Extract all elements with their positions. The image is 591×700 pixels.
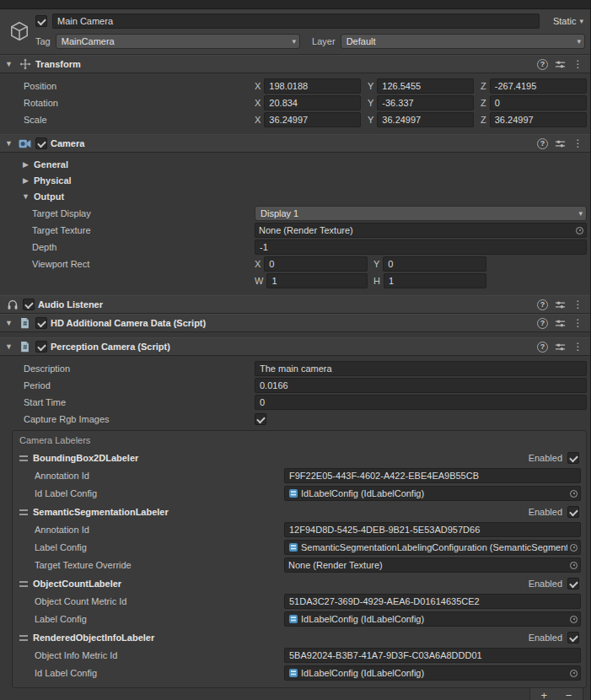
target-texture-object-field[interactable]: None (Render Texture) xyxy=(255,223,587,238)
object-picker-icon[interactable] xyxy=(573,223,586,237)
foldout-icon[interactable]: ▼ xyxy=(3,319,14,327)
camera-output-foldout[interactable]: ▼ Output xyxy=(0,189,590,204)
kebab-menu-icon[interactable]: ⋮ xyxy=(571,137,585,149)
gameobject-name-input[interactable]: Main Camera xyxy=(52,13,540,29)
id-label-config-object-field[interactable]: IdLabelConfig (IdLabelConfig) xyxy=(284,486,581,501)
object-picker-icon[interactable] xyxy=(567,612,580,626)
help-icon[interactable]: ? xyxy=(535,138,550,149)
viewport-h-field[interactable]: 1 xyxy=(384,273,486,288)
annotation-id-field[interactable]: F9F22E05-443F-4602-A422-EBE4EA9B55CB xyxy=(284,468,581,483)
help-icon[interactable]: ? xyxy=(535,318,550,329)
target-texture-row: Target Texture None (Render Texture) xyxy=(0,223,587,238)
labeler-header-boundingbox2d[interactable]: BoundingBox2DLabeler Enabled xyxy=(16,450,583,466)
presets-icon[interactable] xyxy=(553,138,567,149)
object-picker-icon[interactable] xyxy=(567,558,580,572)
foldout-icon[interactable]: ▼ xyxy=(3,139,14,148)
depth-field[interactable]: -1 xyxy=(255,240,587,255)
audio-listener-header[interactable]: Audio Listener ? ⋮ xyxy=(0,295,590,314)
position-y-field[interactable]: 126.5455 xyxy=(377,78,474,94)
picker-dot xyxy=(570,562,578,569)
help-icon[interactable]: ? xyxy=(535,299,550,310)
layer-dropdown[interactable]: Default ▾ xyxy=(341,34,585,49)
help-icon[interactable]: ? xyxy=(535,59,550,70)
component-title: HD Additional Camera Data (Script) xyxy=(51,318,206,328)
gameobject-active-checkbox[interactable] xyxy=(35,15,47,27)
static-dropdown[interactable]: Static ▾ xyxy=(545,16,585,26)
scale-x-field[interactable]: 36.24997 xyxy=(264,112,361,127)
presets-icon[interactable] xyxy=(553,299,567,310)
labeler-header-objectcount[interactable]: ObjectCountLabeler Enabled xyxy=(16,576,583,591)
camera-physical-foldout[interactable]: ▶ Physical xyxy=(0,173,590,188)
gameobject-cube-icon[interactable] xyxy=(3,13,35,50)
labeler-enabled-checkbox[interactable] xyxy=(567,452,579,464)
kebab-menu-icon[interactable]: ⋮ xyxy=(571,341,585,353)
object-picker-icon[interactable] xyxy=(567,487,580,500)
perception-camera-header[interactable]: ▼ Perception Camera (Script) ? ⋮ xyxy=(0,337,590,356)
labeler-enabled-checkbox[interactable] xyxy=(567,632,579,643)
rotation-x-field[interactable]: 20.834 xyxy=(264,95,361,110)
camera-general-foldout[interactable]: ▶ General xyxy=(0,157,590,172)
drag-handle-icon[interactable] xyxy=(19,581,28,587)
kebab-menu-icon[interactable]: ⋮ xyxy=(571,317,585,329)
scale-y-field[interactable]: 36.24997 xyxy=(377,112,474,127)
description-field[interactable]: The main camera xyxy=(255,361,587,376)
audio-listener-enabled-checkbox[interactable] xyxy=(23,299,35,310)
id-label-config-object-field[interactable]: IdLabelConfig (IdLabelConfig) xyxy=(284,665,581,681)
id-label-config-text: IdLabelConfig (IdLabelConfig) xyxy=(301,488,567,498)
foldout-icon[interactable]: ▼ xyxy=(3,60,14,68)
label-config-row: Label Config IdLabelConfig (IdLabelConfi… xyxy=(14,611,581,627)
object-info-metric-id-field[interactable]: 5BA92024-B3B7-41A7-9D3F-C03A6A8DDD01 xyxy=(284,648,581,663)
tag-label: Tag xyxy=(35,36,51,46)
presets-icon[interactable] xyxy=(553,342,567,353)
object-picker-icon[interactable] xyxy=(567,666,580,680)
presets-icon[interactable] xyxy=(553,318,567,329)
add-labeler-button[interactable]: + xyxy=(533,690,555,700)
target-display-dropdown[interactable]: Display 1 ▾ xyxy=(255,206,587,221)
position-z-field[interactable]: -267.4195 xyxy=(490,78,587,94)
drag-handle-icon[interactable] xyxy=(19,509,28,515)
kebab-menu-icon[interactable]: ⋮ xyxy=(571,299,585,310)
start-time-field[interactable]: 0 xyxy=(255,395,587,410)
object-count-metric-id-field[interactable]: 51DA3C27-369D-4929-AEA6-D01614635CE2 xyxy=(284,594,581,609)
transform-header[interactable]: ▼ Transform ? ⋮ xyxy=(0,55,590,73)
picker-dot xyxy=(576,227,583,234)
label-config-object-field[interactable]: SemanticSegmentationLabelingConfiguratio… xyxy=(284,540,581,555)
viewport-y-field[interactable]: 0 xyxy=(383,256,486,272)
hd-camera-data-header[interactable]: ▼ HD Additional Camera Data (Script) ? ⋮ xyxy=(0,314,590,332)
viewport-w-field[interactable]: 1 xyxy=(266,273,368,288)
period-field[interactable]: 0.0166 xyxy=(255,378,587,393)
labeler-enabled-checkbox[interactable] xyxy=(567,506,579,518)
start-time-value: 0 xyxy=(255,395,587,410)
foldout-icon[interactable]: ▼ xyxy=(3,342,14,351)
id-label-config-text: IdLabelConfig (IdLabelConfig) xyxy=(301,668,567,678)
presets-icon[interactable] xyxy=(553,59,567,70)
viewport-h: H1 xyxy=(373,273,486,288)
hd-camera-data-enabled-checkbox[interactable] xyxy=(35,317,47,329)
scale-z-field[interactable]: 36.24997 xyxy=(490,112,587,127)
capture-rgb-checkbox[interactable] xyxy=(255,413,266,425)
kebab-menu-icon[interactable]: ⋮ xyxy=(571,58,585,70)
target-texture-override-object-field[interactable]: None (Render Texture) xyxy=(284,557,581,573)
drag-handle-icon[interactable] xyxy=(19,635,28,641)
viewport-x-field[interactable]: 0 xyxy=(264,256,368,272)
rotation-z-field[interactable]: 0 xyxy=(490,95,587,110)
labeler-header-semanticsegmentation[interactable]: SemanticSegmentationLabeler Enabled xyxy=(16,504,583,520)
perception-camera-enabled-checkbox[interactable] xyxy=(35,341,47,353)
camera-enabled-checkbox[interactable] xyxy=(35,137,47,149)
enabled-label: Enabled xyxy=(529,453,562,463)
object-picker-icon[interactable] xyxy=(567,541,580,554)
drag-handle-icon[interactable] xyxy=(19,455,28,461)
help-icon[interactable]: ? xyxy=(535,342,550,353)
rotation-y-field[interactable]: -36.337 xyxy=(377,95,474,110)
camera-header[interactable]: ▼ Camera ? ⋮ xyxy=(0,134,590,153)
chevron-down-icon: ▾ xyxy=(578,209,583,218)
tag-dropdown[interactable]: MainCamera ▾ xyxy=(56,34,300,49)
window-tab-strip xyxy=(0,0,590,9)
annotation-id-field[interactable]: 12F94D8D-5425-4DEB-9B21-5E53AD957D66 xyxy=(284,522,581,537)
labeler-enabled-checkbox[interactable] xyxy=(567,578,579,590)
label-config-object-field[interactable]: IdLabelConfig (IdLabelConfig) xyxy=(284,611,581,627)
remove-labeler-button[interactable]: − xyxy=(558,690,580,700)
position-x-field[interactable]: 198.0188 xyxy=(264,78,361,94)
object-info-metric-id-row: Object Info Metric Id 5BA92024-B3B7-41A7… xyxy=(14,648,581,663)
labeler-header-renderedobjectinfo[interactable]: RenderedObjectInfoLabeler Enabled xyxy=(16,630,583,645)
